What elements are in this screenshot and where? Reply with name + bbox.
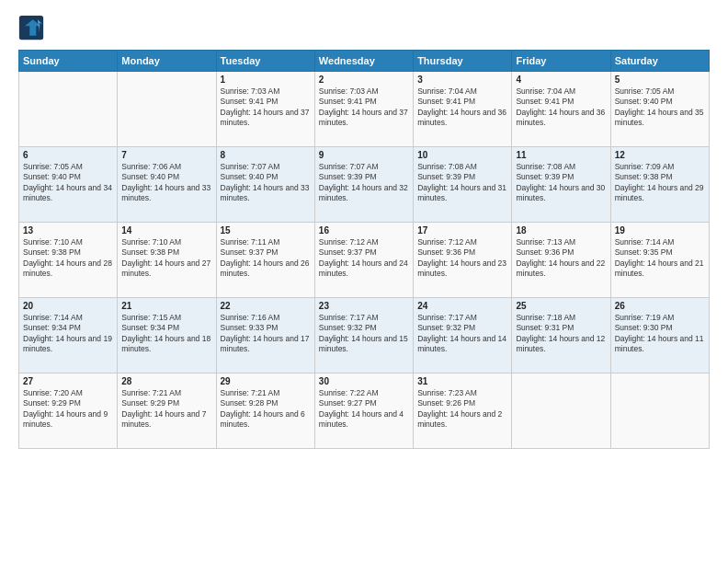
week-row-2: 6Sunrise: 7:05 AM Sunset: 9:40 PM Daylig… [19, 147, 710, 223]
day-header-monday: Monday [118, 51, 216, 72]
day-number: 11 [516, 150, 606, 160]
calendar-cell [610, 373, 709, 449]
cell-content: Sunrise: 7:05 AM Sunset: 9:40 PM Dayligh… [615, 86, 705, 129]
cell-content: Sunrise: 7:17 AM Sunset: 9:32 PM Dayligh… [417, 313, 507, 355]
calendar-cell: 7Sunrise: 7:06 AM Sunset: 9:40 PM Daylig… [118, 147, 216, 223]
calendar-cell: 19Sunrise: 7:14 AM Sunset: 9:35 PM Dayli… [610, 223, 709, 298]
cell-content: Sunrise: 7:12 AM Sunset: 9:36 PM Dayligh… [417, 237, 507, 280]
calendar-cell: 24Sunrise: 7:17 AM Sunset: 9:32 PM Dayli… [414, 298, 512, 373]
day-number: 23 [319, 301, 409, 311]
day-number: 30 [319, 376, 409, 386]
cell-content: Sunrise: 7:15 AM Sunset: 9:34 PM Dayligh… [121, 313, 211, 355]
cell-content: Sunrise: 7:10 AM Sunset: 9:38 PM Dayligh… [23, 237, 113, 280]
cell-content: Sunrise: 7:17 AM Sunset: 9:32 PM Dayligh… [319, 313, 409, 355]
day-number: 4 [516, 75, 606, 85]
calendar-cell: 15Sunrise: 7:11 AM Sunset: 9:37 PM Dayli… [216, 223, 314, 298]
day-header-tuesday: Tuesday [216, 51, 314, 72]
day-number: 19 [615, 225, 705, 236]
day-number: 1 [221, 75, 311, 85]
calendar-cell [19, 72, 118, 147]
day-number: 6 [23, 150, 113, 160]
day-number: 12 [615, 150, 705, 160]
calendar-cell: 2Sunrise: 7:03 AM Sunset: 9:41 PM Daylig… [314, 72, 413, 147]
calendar-cell: 21Sunrise: 7:15 AM Sunset: 9:34 PM Dayli… [118, 298, 216, 373]
cell-content: Sunrise: 7:23 AM Sunset: 9:26 PM Dayligh… [417, 388, 507, 431]
day-number: 29 [221, 376, 311, 386]
calendar-cell: 20Sunrise: 7:14 AM Sunset: 9:34 PM Dayli… [19, 298, 118, 373]
day-number: 9 [319, 150, 409, 160]
day-number: 14 [121, 225, 211, 236]
calendar-cell: 17Sunrise: 7:12 AM Sunset: 9:36 PM Dayli… [414, 223, 512, 298]
calendar-cell: 30Sunrise: 7:22 AM Sunset: 9:27 PM Dayli… [314, 373, 413, 449]
day-number: 15 [221, 225, 311, 236]
week-row-1: 1Sunrise: 7:03 AM Sunset: 9:41 PM Daylig… [19, 72, 710, 147]
cell-content: Sunrise: 7:03 AM Sunset: 9:41 PM Dayligh… [221, 86, 311, 129]
day-number: 26 [615, 301, 705, 311]
cell-content: Sunrise: 7:14 AM Sunset: 9:35 PM Dayligh… [615, 237, 705, 280]
calendar-cell: 8Sunrise: 7:07 AM Sunset: 9:40 PM Daylig… [216, 147, 314, 223]
day-number: 16 [319, 225, 409, 236]
calendar-cell: 22Sunrise: 7:16 AM Sunset: 9:33 PM Dayli… [216, 298, 314, 373]
calendar-cell: 4Sunrise: 7:04 AM Sunset: 9:41 PM Daylig… [512, 72, 610, 147]
day-number: 7 [121, 150, 211, 160]
cell-content: Sunrise: 7:08 AM Sunset: 9:39 PM Dayligh… [417, 162, 507, 204]
cell-content: Sunrise: 7:03 AM Sunset: 9:41 PM Dayligh… [319, 86, 409, 129]
day-number: 21 [121, 301, 211, 311]
day-number: 10 [417, 150, 507, 160]
cell-content: Sunrise: 7:04 AM Sunset: 9:41 PM Dayligh… [417, 86, 507, 129]
day-number: 20 [23, 301, 113, 311]
calendar-table: SundayMondayTuesdayWednesdayThursdayFrid… [18, 50, 710, 449]
calendar-cell: 29Sunrise: 7:21 AM Sunset: 9:28 PM Dayli… [216, 373, 314, 449]
day-header-thursday: Thursday [414, 51, 512, 72]
week-row-3: 13Sunrise: 7:10 AM Sunset: 9:38 PM Dayli… [19, 223, 710, 298]
cell-content: Sunrise: 7:19 AM Sunset: 9:30 PM Dayligh… [615, 313, 705, 355]
cell-content: Sunrise: 7:20 AM Sunset: 9:29 PM Dayligh… [23, 388, 113, 431]
cell-content: Sunrise: 7:12 AM Sunset: 9:37 PM Dayligh… [319, 237, 409, 280]
calendar-cell [512, 373, 610, 449]
cell-content: Sunrise: 7:07 AM Sunset: 9:39 PM Dayligh… [319, 162, 409, 204]
calendar-cell: 10Sunrise: 7:08 AM Sunset: 9:39 PM Dayli… [414, 147, 512, 223]
calendar-cell: 5Sunrise: 7:05 AM Sunset: 9:40 PM Daylig… [610, 72, 709, 147]
day-number: 28 [121, 376, 211, 386]
calendar-cell: 26Sunrise: 7:19 AM Sunset: 9:30 PM Dayli… [610, 298, 709, 373]
cell-content: Sunrise: 7:21 AM Sunset: 9:28 PM Dayligh… [221, 388, 311, 431]
day-number: 31 [417, 376, 507, 386]
cell-content: Sunrise: 7:04 AM Sunset: 9:41 PM Dayligh… [516, 86, 606, 129]
week-row-5: 27Sunrise: 7:20 AM Sunset: 9:29 PM Dayli… [19, 373, 710, 449]
calendar-cell: 3Sunrise: 7:04 AM Sunset: 9:41 PM Daylig… [414, 72, 512, 147]
day-number: 18 [516, 225, 606, 236]
calendar-cell: 31Sunrise: 7:23 AM Sunset: 9:26 PM Dayli… [414, 373, 512, 449]
cell-content: Sunrise: 7:22 AM Sunset: 9:27 PM Dayligh… [319, 388, 409, 431]
cell-content: Sunrise: 7:07 AM Sunset: 9:40 PM Dayligh… [221, 162, 311, 204]
cell-content: Sunrise: 7:14 AM Sunset: 9:34 PM Dayligh… [23, 313, 113, 355]
calendar-cell: 27Sunrise: 7:20 AM Sunset: 9:29 PM Dayli… [19, 373, 118, 449]
calendar-cell: 1Sunrise: 7:03 AM Sunset: 9:41 PM Daylig… [216, 72, 314, 147]
day-number: 22 [221, 301, 311, 311]
calendar-cell: 14Sunrise: 7:10 AM Sunset: 9:38 PM Dayli… [118, 223, 216, 298]
day-header-saturday: Saturday [610, 51, 709, 72]
calendar-cell: 6Sunrise: 7:05 AM Sunset: 9:40 PM Daylig… [19, 147, 118, 223]
logo-icon [18, 15, 44, 40]
days-header-row: SundayMondayTuesdayWednesdayThursdayFrid… [19, 51, 710, 72]
cell-content: Sunrise: 7:05 AM Sunset: 9:40 PM Dayligh… [23, 162, 113, 204]
page: SundayMondayTuesdayWednesdayThursdayFrid… [0, 0, 728, 563]
calendar-cell: 16Sunrise: 7:12 AM Sunset: 9:37 PM Dayli… [314, 223, 413, 298]
cell-content: Sunrise: 7:16 AM Sunset: 9:33 PM Dayligh… [221, 313, 311, 355]
calendar-cell: 25Sunrise: 7:18 AM Sunset: 9:31 PM Dayli… [512, 298, 610, 373]
cell-content: Sunrise: 7:06 AM Sunset: 9:40 PM Dayligh… [121, 162, 211, 204]
cell-content: Sunrise: 7:21 AM Sunset: 9:29 PM Dayligh… [121, 388, 211, 431]
cell-content: Sunrise: 7:13 AM Sunset: 9:36 PM Dayligh… [516, 237, 606, 280]
day-header-friday: Friday [512, 51, 610, 72]
calendar-cell: 23Sunrise: 7:17 AM Sunset: 9:32 PM Dayli… [314, 298, 413, 373]
day-number: 13 [23, 225, 113, 236]
day-number: 2 [319, 75, 409, 85]
calendar-cell: 11Sunrise: 7:08 AM Sunset: 9:39 PM Dayli… [512, 147, 610, 223]
day-number: 27 [23, 376, 113, 386]
cell-content: Sunrise: 7:10 AM Sunset: 9:38 PM Dayligh… [121, 237, 211, 280]
calendar-cell [118, 72, 216, 147]
calendar-cell: 13Sunrise: 7:10 AM Sunset: 9:38 PM Dayli… [19, 223, 118, 298]
cell-content: Sunrise: 7:11 AM Sunset: 9:37 PM Dayligh… [221, 237, 311, 280]
header [18, 15, 710, 40]
calendar-cell: 28Sunrise: 7:21 AM Sunset: 9:29 PM Dayli… [118, 373, 216, 449]
cell-content: Sunrise: 7:18 AM Sunset: 9:31 PM Dayligh… [516, 313, 606, 355]
